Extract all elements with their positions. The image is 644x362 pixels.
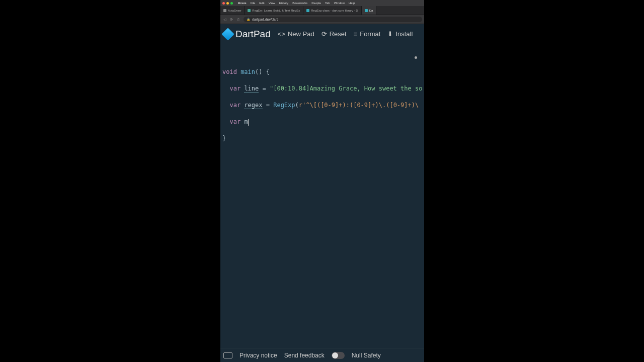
menu-bookmarks[interactable]: Bookmarks (292, 2, 307, 5)
minimize-window[interactable] (226, 2, 229, 5)
menu-edit[interactable]: Edit (259, 2, 264, 5)
format-icon: ≡ (354, 30, 358, 38)
browser-tab-regexp-docs[interactable]: RegExp class - dart:core library - D (303, 6, 361, 15)
favicon-dart (365, 9, 368, 12)
maximize-window[interactable] (230, 2, 233, 5)
code-editor[interactable]: void main() { var line = "[00:10.84]Amaz… (220, 44, 424, 348)
code-line: var line = "[00:10.84]Amazing Grace, How… (222, 84, 422, 93)
code-line: var regex = RegExp(r'^\[([0-9]+):([0-9]+… (222, 101, 422, 110)
menubar-app[interactable]: Brave (238, 2, 247, 5)
dartpad-toolbar: DartPad <> New Pad ⟳ Reset ≡ Format ⬇ In… (220, 24, 424, 44)
nav-reload-icon[interactable]: ⟳ (229, 18, 233, 22)
bookmark-icon[interactable]: ▯ (236, 18, 240, 22)
menu-history[interactable]: History (279, 2, 289, 5)
browser-tab-autodraw[interactable]: AutoDraw (220, 6, 245, 15)
browser-urlbar: ◁ ⟳ ▯ 🔒 dartpad.dev/dart (220, 15, 424, 24)
bottom-bar: Privacy notice Send feedback Null Safety (220, 348, 424, 362)
favicon-dart (306, 9, 309, 12)
reset-button[interactable]: ⟳ Reset (321, 30, 347, 38)
new-pad-button[interactable]: <> New Pad (278, 30, 314, 38)
format-button[interactable]: ≡ Format (354, 30, 381, 38)
app-window: Brave File Edit View History Bookmarks P… (220, 0, 424, 362)
install-label: Install (395, 30, 413, 38)
browser-tab-regexr[interactable]: RegExr: Learn, Build, & Test RegEx (245, 6, 303, 15)
new-pad-label: New Pad (288, 30, 314, 38)
url-field[interactable]: 🔒 dartpad.dev/dart (244, 17, 422, 22)
reset-label: Reset (330, 30, 347, 38)
feedback-link[interactable]: Send feedback (284, 352, 325, 359)
null-safety-label: Null Safety (352, 352, 381, 359)
text-cursor (248, 119, 249, 126)
code-line: var m (222, 118, 422, 126)
menu-people[interactable]: People (311, 2, 321, 5)
menu-help[interactable]: Help (349, 2, 355, 5)
code-icon: <> (278, 30, 285, 38)
privacy-link[interactable]: Privacy notice (239, 352, 277, 359)
null-safety-toggle[interactable] (332, 352, 345, 359)
dartpad-logo-group[interactable]: DartPad (223, 29, 271, 40)
menu-window[interactable]: Window (334, 2, 345, 5)
menubar: Brave File Edit View History Bookmarks P… (220, 0, 424, 6)
window-controls[interactable] (222, 2, 233, 5)
download-icon: ⬇ (387, 30, 393, 38)
close-window[interactable] (222, 2, 225, 5)
dartpad-title: DartPad (235, 29, 271, 40)
tab-label: RegExp class - dart:core library - D (311, 9, 358, 12)
format-label: Format (360, 30, 380, 38)
code-line: } (222, 134, 422, 143)
code-line: void main() { (222, 68, 422, 76)
favicon-regexr (248, 9, 251, 12)
tab-label: RegExr: Learn, Build, & Test RegEx (252, 9, 300, 12)
url-text: dartpad.dev/dart (252, 18, 278, 21)
install-button[interactable]: ⬇ Install (387, 30, 413, 38)
menu-file[interactable]: File (251, 2, 256, 5)
status-dot-icon (415, 56, 417, 59)
tab-label: AutoDraw (228, 9, 241, 12)
favicon-autodraw (223, 9, 226, 12)
browser-tab-dartpad[interactable]: Da (362, 6, 377, 15)
nav-back-icon[interactable]: ◁ (222, 18, 226, 22)
browser-tabbar: AutoDraw RegExr: Learn, Build, & Test Re… (220, 6, 424, 15)
reset-icon: ⟳ (321, 30, 327, 38)
keyboard-icon[interactable] (223, 352, 232, 358)
menu-tab[interactable]: Tab (325, 2, 330, 5)
lock-icon: 🔒 (247, 18, 250, 21)
tab-label: Da (369, 9, 373, 12)
dart-logo-icon (221, 28, 234, 40)
menu-view[interactable]: View (269, 2, 275, 5)
